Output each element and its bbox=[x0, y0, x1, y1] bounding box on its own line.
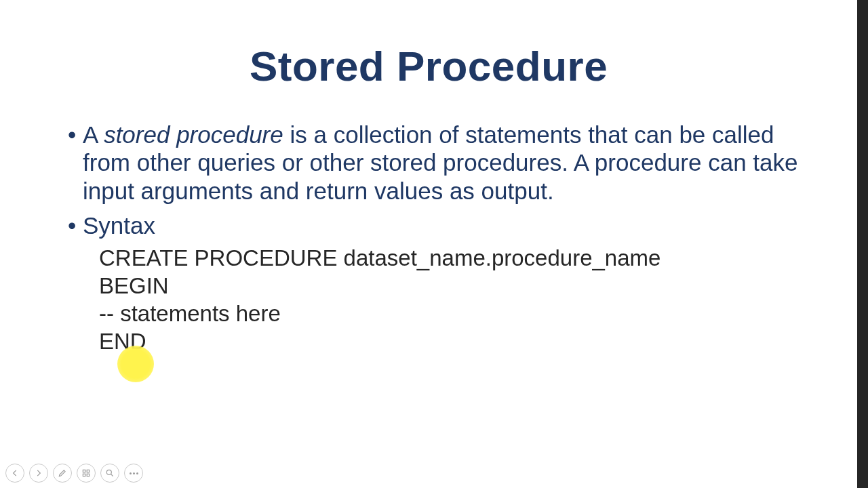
syntax-line-4: END bbox=[99, 328, 800, 356]
presenter-toolbar bbox=[5, 464, 143, 483]
svg-line-5 bbox=[111, 474, 113, 476]
pen-button[interactable] bbox=[53, 464, 72, 483]
syntax-line-3: -- statements here bbox=[99, 300, 800, 328]
bullet-definition: A stored procedure is a collection of st… bbox=[68, 121, 800, 205]
bullet1-emphasis: stored procedure bbox=[104, 121, 283, 148]
all-slides-button[interactable] bbox=[77, 464, 96, 483]
svg-rect-2 bbox=[83, 474, 85, 476]
syntax-line-1: CREATE PROCEDURE dataset_name.procedure_… bbox=[99, 245, 800, 272]
chevron-right-icon bbox=[34, 468, 43, 478]
svg-point-4 bbox=[106, 470, 111, 474]
syntax-block: CREATE PROCEDURE dataset_name.procedure_… bbox=[99, 245, 800, 356]
right-border-band bbox=[857, 0, 868, 488]
more-button[interactable] bbox=[124, 464, 143, 483]
ellipsis-icon bbox=[130, 472, 138, 474]
next-button[interactable] bbox=[29, 464, 48, 483]
prev-button[interactable] bbox=[5, 464, 24, 483]
pen-icon bbox=[58, 468, 67, 478]
slide-body: A stored procedure is a collection of st… bbox=[68, 121, 800, 363]
slide-title: Stored Procedure bbox=[0, 42, 857, 90]
bullet-syntax: Syntax CREATE PROCEDURE dataset_name.pro… bbox=[68, 211, 800, 356]
zoom-button[interactable] bbox=[100, 464, 119, 483]
grid-icon bbox=[81, 468, 91, 478]
chevron-left-icon bbox=[10, 468, 20, 478]
svg-rect-1 bbox=[87, 470, 90, 472]
syntax-line-2: BEGIN bbox=[99, 272, 800, 300]
svg-rect-0 bbox=[83, 470, 85, 472]
bullet2-label: Syntax bbox=[83, 212, 155, 239]
svg-rect-3 bbox=[87, 474, 90, 476]
slide: Stored Procedure A stored procedure is a… bbox=[0, 0, 857, 488]
zoom-icon bbox=[105, 468, 115, 478]
bullet1-prefix: A bbox=[83, 121, 104, 148]
